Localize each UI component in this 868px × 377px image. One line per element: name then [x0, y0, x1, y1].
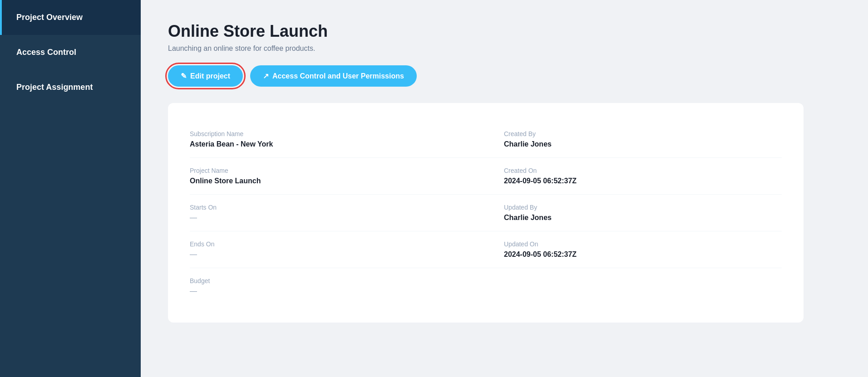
ends-on-label: Ends On — [190, 240, 468, 248]
created-by-value: Charlie Jones — [504, 140, 782, 148]
budget-section: Budget — — [190, 268, 486, 304]
info-grid: Subscription Name Asteria Bean - New Yor… — [190, 121, 782, 304]
created-on-label: Created On — [504, 167, 782, 174]
starts-on-value: — — [190, 214, 468, 222]
edit-icon: ✎ — [181, 72, 187, 80]
edit-project-button[interactable]: ✎ Edit project — [168, 65, 243, 87]
updated-on-section: Updated On 2024-09-05 06:52:37Z — [486, 231, 782, 268]
project-name-section: Project Name Online Store Launch — [190, 158, 486, 195]
starts-on-label: Starts On — [190, 204, 468, 211]
updated-by-value: Charlie Jones — [504, 214, 782, 222]
updated-by-section: Updated By Charlie Jones — [486, 195, 782, 231]
project-name-label: Project Name — [190, 167, 468, 174]
ends-on-value: — — [190, 250, 468, 259]
access-control-button[interactable]: ↗ Access Control and User Permissions — [250, 65, 417, 87]
page-subtitle: Launching an online store for coffee pro… — [168, 44, 841, 53]
updated-on-value: 2024-09-05 06:52:37Z — [504, 250, 782, 259]
budget-right-placeholder — [486, 268, 782, 304]
edit-button-label: Edit project — [190, 72, 230, 80]
external-link-icon: ↗ — [263, 72, 269, 80]
sidebar-item-project-assignment[interactable]: Project Assignment — [0, 70, 141, 105]
sidebar-item-label: Project Overview — [16, 13, 83, 22]
page-title: Online Store Launch — [168, 22, 841, 41]
subscription-name-value: Asteria Bean - New York — [190, 140, 468, 148]
sidebar-item-label: Access Control — [16, 48, 76, 57]
starts-on-section: Starts On — — [190, 195, 486, 231]
created-by-label: Created By — [504, 130, 782, 137]
created-on-value: 2024-09-05 06:52:37Z — [504, 177, 782, 185]
updated-by-label: Updated By — [504, 204, 782, 211]
budget-value: — — [190, 287, 468, 295]
info-card: Subscription Name Asteria Bean - New Yor… — [168, 103, 804, 323]
main-content: Online Store Launch Launching an online … — [141, 0, 868, 377]
access-control-button-label: Access Control and User Permissions — [272, 72, 404, 80]
created-on-section: Created On 2024-09-05 06:52:37Z — [486, 158, 782, 195]
action-buttons: ✎ Edit project ↗ Access Control and User… — [168, 65, 841, 87]
sidebar-item-project-overview[interactable]: Project Overview — [0, 0, 141, 35]
ends-on-section: Ends On — — [190, 231, 486, 268]
budget-label: Budget — [190, 277, 468, 284]
updated-on-label: Updated On — [504, 240, 782, 248]
project-name-value: Online Store Launch — [190, 177, 468, 185]
subscription-name-section: Subscription Name Asteria Bean - New Yor… — [190, 121, 486, 158]
sidebar-item-label: Project Assignment — [16, 83, 93, 92]
sidebar: Project Overview Access Control Project … — [0, 0, 141, 377]
created-by-section: Created By Charlie Jones — [486, 121, 782, 158]
sidebar-item-access-control[interactable]: Access Control — [0, 35, 141, 70]
subscription-name-label: Subscription Name — [190, 130, 468, 137]
